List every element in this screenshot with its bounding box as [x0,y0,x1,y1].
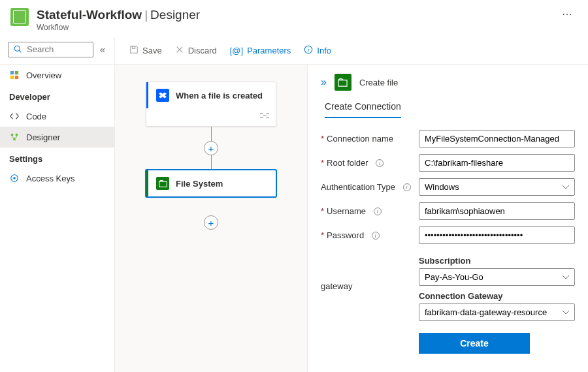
access-keys-icon [9,173,20,183]
search-input-wrap[interactable] [8,42,93,57]
auth-type-select[interactable]: Windows [419,178,575,196]
nav-access-keys-label: Access Keys [26,174,74,183]
svg-point-6 [11,134,14,136]
create-button[interactable]: Create [419,333,530,354]
filesystem-icon [335,74,351,91]
title-sub: Designer [150,8,200,22]
lbl-subscription: Subscription [419,256,575,266]
save-icon [129,45,139,56]
collapse-sidebar-button[interactable]: « [97,41,108,57]
overview-icon [9,70,20,80]
lbl-conn-name: Connection name [327,134,393,144]
svg-rect-3 [15,71,18,74]
info-icon[interactable]: i [403,183,411,191]
discard-icon [175,45,184,56]
add-step-button[interactable]: + [204,215,218,230]
page-header: Stateful-Workflow|Designer Workflow ⋯ [0,0,588,37]
filesystem-icon [156,177,169,190]
header-title-wrap: Stateful-Workflow|Designer Workflow [37,8,549,32]
workflow-icon [10,8,29,26]
panel-title: Create file [359,78,398,87]
connection-name-input[interactable] [419,130,575,147]
discard-button[interactable]: Discard [170,42,222,59]
nav-access-keys[interactable]: Access Keys [0,168,114,189]
connector-line [211,127,212,141]
svg-rect-5 [15,76,18,79]
details-panel: » Create file Create Connection *Connect… [307,65,588,372]
svg-rect-15 [338,80,347,85]
svg-rect-4 [10,76,14,79]
root-folder-input[interactable] [419,154,575,172]
sidebar: « Overview Developer Code Designer Setti… [0,37,115,372]
page-title: Stateful-Workflow|Designer [37,8,549,22]
lbl-conn-gateway: Connection Gateway [419,291,575,301]
search-icon [12,44,23,55]
save-label: Save [142,46,162,55]
nav-designer[interactable]: Designer [0,127,114,147]
code-icon [9,111,20,121]
info-icon[interactable]: i [376,159,384,167]
info-icon[interactable]: i [374,208,382,215]
action-label: File System [176,179,223,189]
parameters-label: Parameters [247,46,291,55]
connection-gateway-select[interactable]: fabrikam-data-gateway-resource [419,303,575,321]
svg-rect-14 [159,181,166,187]
link-icon [260,111,269,121]
svg-point-10 [13,177,16,179]
trigger-label: When a file is created [176,91,263,101]
nav-group-settings: Settings [0,147,114,168]
subscription-select[interactable]: Pay-As-You-Go [419,268,575,286]
nav-overview-label: Overview [26,70,61,80]
discard-label: Discard [188,46,217,55]
trigger-node[interactable]: When a file is created [146,82,276,127]
page-subtitle: Workflow [37,23,549,32]
parameters-button[interactable]: [@] Parameters [225,43,297,58]
nav-code-label: Code [26,112,46,121]
search-input[interactable] [27,44,89,54]
info-icon[interactable]: i [372,232,380,240]
svg-point-8 [13,138,16,141]
nav-designer-label: Designer [26,132,60,142]
nav-overview[interactable]: Overview [0,65,114,85]
lbl-root: Root folder [327,158,368,168]
tab-create-connection[interactable]: Create Connection [325,101,401,118]
info-icon: i [304,45,313,56]
more-button[interactable]: ⋯ [557,8,578,20]
save-button[interactable]: Save [124,42,167,59]
action-node[interactable]: File System [146,170,276,197]
svg-rect-11 [132,46,135,49]
username-input[interactable] [419,202,575,220]
toolbar: Save Discard [@] Parameters i Info [115,37,588,65]
svg-point-7 [16,134,18,136]
designer-canvas[interactable]: When a file is created + File System + [115,65,307,372]
collapse-panel-button[interactable]: » [321,76,327,88]
info-button[interactable]: i Info [299,42,336,59]
svg-rect-2 [10,71,14,74]
svg-line-1 [19,50,21,52]
add-step-button[interactable]: + [204,141,218,155]
title-main: Stateful-Workflow [37,8,142,22]
designer-icon [9,132,20,142]
lbl-gateway: gateway [321,281,352,291]
info-label: Info [317,46,331,55]
svg-text:i: i [308,47,310,54]
nav-code[interactable]: Code [0,106,114,127]
lbl-pw: Password [327,230,364,240]
lbl-user: Username [327,206,366,216]
nav-group-developer: Developer [0,85,114,106]
parameters-icon: [@] [230,46,243,55]
connector-line [211,155,212,170]
lbl-auth: Authentication Type [321,182,395,192]
dropbox-icon [156,89,169,102]
password-input[interactable] [419,226,575,244]
